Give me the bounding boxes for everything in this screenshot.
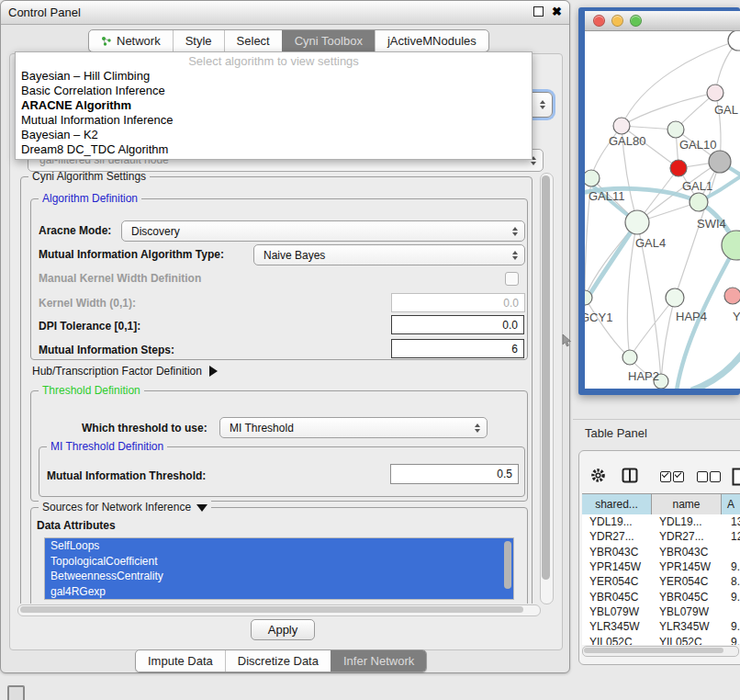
list-item[interactable]: gal4RGexp (45, 584, 513, 600)
network-node[interactable] (690, 193, 708, 211)
network-node-label: GAL11 (589, 189, 625, 203)
network-node[interactable] (666, 288, 684, 307)
tab-cyni-toolbox[interactable]: Cyni Toolbox (282, 30, 375, 51)
minimize-window-icon[interactable] (611, 15, 623, 27)
network-node[interactable] (667, 121, 684, 138)
aracne-mode-combobox[interactable]: Discovery (121, 220, 525, 242)
network-edge[interactable] (585, 298, 630, 357)
apply-button[interactable]: Apply (251, 619, 315, 640)
network-edge[interactable] (622, 93, 715, 126)
control-panel-titlebar[interactable]: Control Panel ✖ (1, 1, 569, 25)
network-icon (101, 36, 112, 47)
table-cell: YBL079W (654, 605, 725, 618)
column-header-shared[interactable]: shared... (582, 494, 652, 514)
manual-kernel-width-checkbox[interactable] (505, 272, 519, 286)
columns-icon[interactable] (622, 468, 638, 483)
list-item[interactable]: SelfLoops (45, 538, 513, 554)
scrollbar-thumb[interactable] (542, 175, 550, 580)
network-node[interactable] (585, 170, 600, 186)
dpi-tolerance-input[interactable]: 0.0 (391, 315, 524, 334)
network-edge[interactable] (661, 298, 675, 381)
dropdown-item[interactable]: Basic Correlation Inference (16, 84, 532, 98)
dropdown-item[interactable]: Bayesian – K2 (16, 128, 532, 142)
table-row[interactable]: YLR345WYLR345W9. (582, 619, 740, 634)
mi-algorithm-type-combobox[interactable]: Naive Bayes (253, 244, 525, 265)
network-node[interactable] (622, 350, 637, 365)
dropdown-item[interactable]: Dream8 DC_TDC Algorithm (16, 142, 532, 157)
gear-icon[interactable] (590, 468, 606, 483)
tab-select[interactable]: Select (224, 30, 282, 51)
network-node[interactable] (670, 160, 687, 176)
expand-arrow-icon (209, 366, 218, 377)
zoom-window-icon[interactable] (630, 15, 642, 27)
tab-discretize-data[interactable]: Discretize Data (225, 650, 331, 672)
network-node[interactable] (625, 210, 649, 234)
tab-jactivemnodules[interactable]: jActiveMNodules (375, 30, 488, 51)
table-row[interactable]: YER054CYER054C8. (582, 574, 740, 589)
column-header-name[interactable]: name (652, 494, 722, 514)
sources-group-title[interactable]: Sources for Network Inference (39, 501, 211, 514)
table-row[interactable]: YDR27...YDR27...12 (582, 529, 740, 544)
dropdown-item[interactable]: Bayesian – Hill Climbing (16, 69, 532, 84)
network-node[interactable] (728, 31, 740, 51)
tab-impute-data[interactable]: Impute Data (136, 650, 225, 672)
select-all-icon[interactable] (660, 471, 671, 482)
kernel-width-input[interactable]: 0.0 (391, 293, 525, 312)
mi-steps-input[interactable]: 6 (391, 339, 524, 358)
network-view-canvas[interactable]: GALGAL80GAL10GAL1GAL11SWI4GAL4GCY1HAP4YH… (585, 31, 740, 389)
table-cell: 8. (725, 575, 740, 588)
data-attributes-list[interactable]: SelfLoops TopologicalCoefficient Between… (44, 537, 514, 600)
table-row[interactable]: YBR045CYBR045C9. (582, 589, 740, 604)
table-row[interactable]: YBL079WYBL079W (582, 604, 740, 619)
tab-style[interactable]: Style (173, 30, 224, 51)
network-edge-thick[interactable] (691, 351, 740, 389)
table-cell: YLR345W (654, 620, 725, 633)
table-cell: 9. (725, 560, 740, 573)
scrollbar-thumb[interactable] (584, 648, 723, 653)
control-panel-tab-bar: Network Style Select Cyni Toolbox jActiv… (88, 29, 489, 52)
network-node[interactable] (724, 288, 740, 304)
document-icon[interactable] (732, 468, 740, 486)
docked-panel-icon[interactable] (7, 685, 25, 700)
combo-arrows-icon (540, 100, 545, 109)
close-panel-icon[interactable]: ✖ (552, 6, 562, 17)
float-panel-icon[interactable] (533, 6, 544, 17)
mi-threshold-input[interactable]: 0.5 (390, 464, 519, 484)
network-node[interactable] (613, 118, 630, 134)
table-row[interactable]: YDL19...YDL19...13 (582, 514, 740, 529)
threshold-definition-group: Threshold Definition Which threshold to … (30, 390, 528, 502)
network-node[interactable] (722, 231, 740, 260)
settings-vertical-scrollbar[interactable] (540, 173, 554, 604)
table-row[interactable]: YIL052CYIL052C9. (582, 634, 740, 645)
network-node[interactable] (709, 151, 731, 173)
mi-algorithm-type-label: Mutual Information Algorithm Type: (39, 248, 224, 261)
group-title: MI Threshold Definition (47, 440, 167, 453)
table-cell: YPR145W (654, 560, 725, 573)
table-row[interactable]: YBR043CYBR043C (582, 545, 740, 559)
settings-horizontal-scrollbar[interactable] (17, 604, 541, 616)
scrollbar-thumb[interactable] (20, 606, 523, 613)
network-node-label: SWI4 (697, 217, 726, 231)
select-all-2-icon[interactable] (673, 471, 684, 482)
list-scrollbar[interactable] (504, 541, 511, 589)
table-row[interactable]: YPR145WYPR145W9. (582, 559, 740, 574)
network-node[interactable] (707, 85, 723, 101)
hub-definition-expander[interactable]: Hub/Transcription Factor Definition (32, 365, 218, 378)
table-cell: YDR27... (654, 530, 725, 543)
panel-divider (573, 419, 740, 420)
list-item[interactable]: TopologicalCoefficient (45, 554, 513, 570)
deselect-all-2-icon[interactable] (710, 471, 721, 482)
deselect-all-icon[interactable] (697, 471, 708, 482)
list-item[interactable]: BetweennessCentrality (45, 569, 513, 584)
tab-infer-network[interactable]: Infer Network (331, 650, 426, 672)
dropdown-item[interactable]: Mutual Information Inference (16, 113, 532, 128)
network-window-titlebar[interactable] (585, 11, 740, 31)
which-threshold-combobox[interactable]: MI Threshold (219, 417, 488, 438)
network-node-label: HAP4 (676, 310, 707, 323)
close-window-icon[interactable] (593, 15, 605, 27)
column-header-partial[interactable]: A (722, 494, 740, 514)
tab-network[interactable]: Network (89, 30, 173, 51)
table-horizontal-scrollbar[interactable] (582, 646, 739, 657)
manual-kernel-width-label: Manual Kernel Width Definition (39, 272, 201, 285)
dropdown-item-selected[interactable]: ARACNE Algorithm (16, 98, 532, 113)
